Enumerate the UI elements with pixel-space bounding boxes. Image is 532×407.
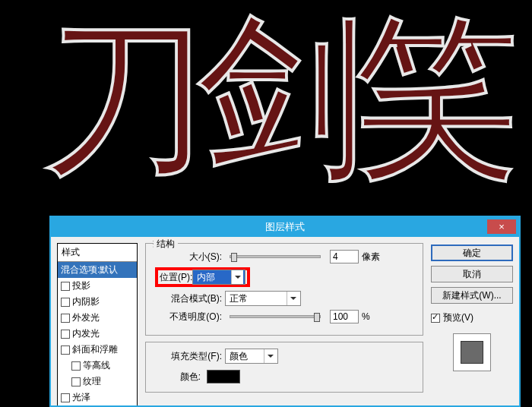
preview-box xyxy=(453,333,491,371)
styles-list: 混合选项:默认投影内阴影外发光内发光斜面和浮雕等高线纹理光泽 xyxy=(58,261,137,405)
style-label: 投影 xyxy=(72,279,90,292)
fill-type-label: 填充类型(F): xyxy=(155,350,222,363)
color-label: 颜色: xyxy=(155,371,201,383)
size-input[interactable] xyxy=(330,250,359,263)
fill-type-select[interactable]: 颜色 xyxy=(225,349,278,364)
stroke-panel: 描边 结构 大小(S): 像素 位置(P): 内部 xyxy=(142,243,426,406)
layer-style-dialog: 图层样式 × 样式 混合选项:默认投影内阴影外发光内发光斜面和浮雕等高线纹理光泽… xyxy=(49,216,521,407)
style-row[interactable]: 外发光 xyxy=(58,310,137,326)
preview-swatch xyxy=(461,341,483,364)
chevron-down-icon xyxy=(231,270,243,284)
style-label: 外发光 xyxy=(72,311,100,324)
style-label: 内发光 xyxy=(72,327,100,340)
style-checkbox[interactable] xyxy=(71,361,81,371)
size-label: 大小(S): xyxy=(155,251,222,263)
structure-legend: 结构 xyxy=(154,238,178,251)
style-row[interactable]: 等高线 xyxy=(58,358,137,374)
style-row[interactable]: 投影 xyxy=(58,278,137,294)
dialog-titlebar[interactable]: 图层样式 × xyxy=(51,217,519,237)
preview-checkbox[interactable] xyxy=(431,314,440,323)
style-label: 光泽 xyxy=(72,391,90,404)
style-checkbox[interactable] xyxy=(61,298,70,307)
style-label: 斜面和浮雕 xyxy=(72,343,118,356)
styles-header: 样式 xyxy=(58,244,137,261)
blend-value: 正常 xyxy=(230,292,248,305)
new-style-button[interactable]: 新建样式(W)... xyxy=(431,287,513,304)
opacity-input[interactable] xyxy=(330,310,359,323)
cancel-button[interactable]: 取消 xyxy=(431,266,513,282)
structure-fieldset: 结构 大小(S): 像素 位置(P): 内部 xyxy=(145,243,423,336)
style-row[interactable]: 光泽 xyxy=(58,390,137,405)
dialog-title: 图层样式 xyxy=(265,220,305,234)
opacity-unit: % xyxy=(362,311,370,322)
style-checkbox[interactable] xyxy=(71,377,81,386)
size-unit: 像素 xyxy=(362,251,380,263)
style-label: 纹理 xyxy=(83,375,101,388)
style-row[interactable]: 斜面和浮雕 xyxy=(58,342,137,358)
blend-label: 混合模式(B): xyxy=(155,292,222,305)
ok-button[interactable]: 确定 xyxy=(431,245,513,261)
style-checkbox[interactable] xyxy=(61,345,70,355)
chevron-down-icon xyxy=(287,292,299,305)
styles-panel: 样式 混合选项:默认投影内阴影外发光内发光斜面和浮雕等高线纹理光泽 xyxy=(57,243,138,406)
close-button[interactable]: × xyxy=(487,219,516,234)
size-slider[interactable] xyxy=(230,255,321,258)
opacity-label: 不透明度(O): xyxy=(155,311,222,323)
preview-checkbox-row[interactable]: 预览(V) xyxy=(431,311,513,324)
position-label: 位置(P): xyxy=(160,271,192,284)
style-checkbox[interactable] xyxy=(61,314,70,323)
style-checkbox[interactable] xyxy=(61,330,70,339)
position-highlight: 位置(P): 内部 xyxy=(155,267,250,287)
blend-select[interactable]: 正常 xyxy=(225,291,301,306)
close-icon: × xyxy=(499,221,505,232)
fill-type-value: 颜色 xyxy=(230,350,248,363)
style-label: 等高线 xyxy=(83,359,110,372)
preview-label: 预览(V) xyxy=(443,311,473,324)
opacity-slider[interactable] xyxy=(230,315,321,318)
style-row[interactable]: 内发光 xyxy=(58,326,137,342)
fill-fieldset: 填充类型(F): 颜色 颜色: xyxy=(145,342,423,393)
style-label: 内阴影 xyxy=(72,295,100,308)
style-checkbox[interactable] xyxy=(61,393,70,402)
right-panel: 确定 取消 新建样式(W)... 预览(V) xyxy=(431,243,513,406)
color-swatch[interactable] xyxy=(207,370,240,383)
chevron-down-icon xyxy=(264,349,276,363)
style-label: 混合选项:默认 xyxy=(61,263,118,276)
style-row[interactable]: 混合选项:默认 xyxy=(58,262,137,278)
style-row[interactable]: 内阴影 xyxy=(58,294,137,310)
canvas-text: 刀剑笑 xyxy=(43,11,508,186)
style-row[interactable]: 纹理 xyxy=(58,374,137,390)
style-checkbox[interactable] xyxy=(61,282,70,291)
position-select[interactable]: 内部 xyxy=(192,270,245,285)
position-value: 内部 xyxy=(197,271,215,284)
